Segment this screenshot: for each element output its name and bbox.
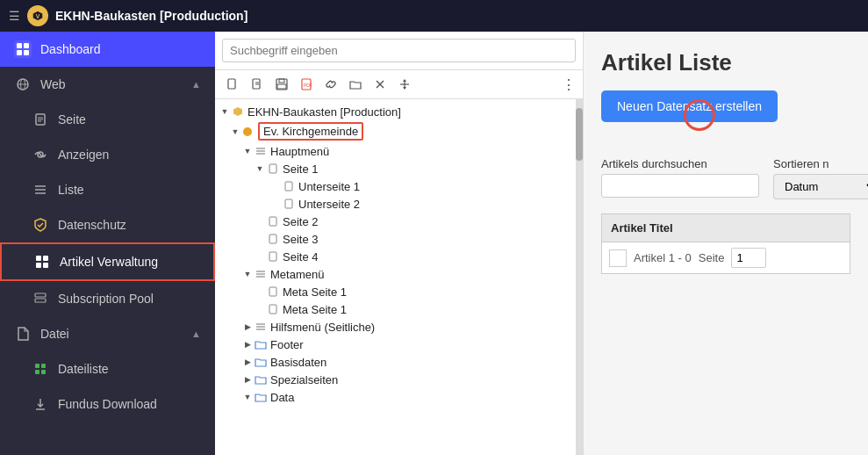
svg-rect-49 — [285, 199, 292, 208]
tree-node-metamenu-label: Metamenü — [270, 268, 324, 281]
svg-rect-19 — [36, 263, 41, 268]
svg-rect-5 — [24, 50, 29, 55]
sidebar-item-anzeigen[interactable]: Anzeigen — [0, 137, 215, 172]
tree-node-hauptmenu-label: Hauptmenü — [270, 145, 329, 158]
sidebar-item-datei[interactable]: Datei ▲ — [0, 316, 215, 351]
tree-node-kirchgemeinde[interactable]: ▼ Ev. Kirchgemeinde — [215, 120, 576, 142]
dashboard-icon — [14, 40, 32, 58]
tree-node-spezialseiten[interactable]: ▶ Spezialseiten — [215, 371, 576, 388]
sort-label: Sortieren n — [773, 157, 868, 170]
tree-node-hilfsmenu[interactable]: ▶ Hilfsmenü (Seitliche) — [215, 318, 576, 336]
svg-rect-48 — [285, 182, 292, 191]
topbar: ☰ V EKHN-Baukasten [Produduction] — [0, 0, 868, 32]
tree-node-root[interactable]: ▼ EKHN-Baukasten [Production] — [215, 103, 576, 120]
tree-node-unterseite2[interactable]: ▶ Unterseite 2 — [215, 195, 576, 213]
sidebar-item-seite-label: Seite — [58, 112, 86, 126]
sidebar-item-subscription-pool[interactable]: Subscription Pool — [0, 281, 215, 316]
tree-node-seite2[interactable]: ▶ Seite 2 — [215, 213, 576, 230]
metaseite1b-icon — [266, 302, 280, 316]
right-panel: Artikel Liste Neuen Datensatz erstellen … — [584, 32, 868, 455]
search-label: Artikels durchsuchen — [601, 157, 759, 170]
sidebar-item-artikel-verwaltung[interactable]: Artikel Verwaltung — [0, 242, 215, 281]
toolbar-link-btn[interactable] — [320, 74, 341, 95]
sort-group: Sortieren n Datum — [773, 157, 868, 199]
tree-node-unterseite1-label: Unterseite 1 — [298, 180, 360, 193]
seite1-icon — [266, 162, 280, 176]
tree-scrollbar-thumb[interactable] — [576, 108, 583, 161]
tree-node-metaseite1a[interactable]: ▶ Meta Seite 1 — [215, 283, 576, 300]
toolbar-move-btn[interactable] — [394, 74, 415, 95]
tree-node-footer-label: Footer — [270, 338, 304, 351]
data-folder-icon — [254, 390, 268, 404]
toolbar-more-btn[interactable]: ⋮ — [562, 76, 576, 93]
datei-arrow-icon: ▲ — [191, 329, 201, 339]
tree-expand-seite1[interactable]: ▼ — [254, 162, 266, 175]
tree-expand-root[interactable]: ▼ — [219, 105, 231, 118]
svg-rect-22 — [35, 299, 46, 302]
table-col-artikel-titel: Artikel Titel — [611, 221, 673, 235]
grid-menu-icon[interactable]: ☰ — [9, 9, 20, 23]
web-icon — [14, 76, 32, 93]
create-record-button[interactable]: Neuen Datensatz erstellen — [601, 90, 778, 122]
svg-rect-57 — [269, 305, 276, 314]
fundus-download-icon — [32, 395, 49, 413]
tree-node-metaseite1b[interactable]: ▶ Meta Seite 1 — [215, 300, 576, 318]
toolbar-folder-btn[interactable] — [345, 74, 366, 95]
svg-rect-23 — [35, 364, 39, 368]
tree-expand-footer[interactable]: ▶ — [241, 338, 254, 350]
sidebar-item-fundus-download[interactable]: Fundus Download — [0, 386, 215, 422]
tree-node-metamenu[interactable]: ▼ Metamenü — [215, 265, 576, 283]
tree-node-data[interactable]: ▼ Data — [215, 388, 576, 406]
sidebar-item-liste[interactable]: Liste — [0, 172, 215, 207]
tree-scrollbar[interactable] — [576, 99, 583, 455]
tree-node-seite4[interactable]: ▶ Seite 4 — [215, 248, 576, 265]
toolbar-delete-btn[interactable] — [369, 74, 391, 95]
svg-rect-25 — [35, 370, 39, 374]
tree-expand-data[interactable]: ▼ — [241, 391, 254, 403]
sidebar-item-dateiliste[interactable]: Dateiliste — [0, 351, 215, 386]
tree-node-unterseite2-label: Unterseite 2 — [298, 198, 360, 211]
toolbar-pdf-btn[interactable]: PDF — [296, 74, 317, 95]
tree-search-input[interactable] — [222, 39, 576, 62]
anzeigen-icon — [32, 146, 49, 163]
page-number-input[interactable] — [731, 248, 766, 268]
tree-node-seite3[interactable]: ▶ Seite 3 — [215, 230, 576, 248]
sidebar-item-dashboard[interactable]: Dashboard — [0, 32, 215, 67]
svg-rect-21 — [35, 293, 46, 297]
artikel-verwaltung-icon — [33, 253, 51, 271]
svg-text:PDF: PDF — [304, 83, 312, 88]
sidebar-item-seite[interactable]: Seite — [0, 102, 215, 137]
toolbar-new-page-btn[interactable] — [247, 74, 268, 95]
tree-node-hilfsmenu-label: Hilfsmenü (Seitliche) — [270, 321, 375, 334]
sidebar-item-datenschutz[interactable]: Datenschutz — [0, 207, 215, 242]
sort-select[interactable]: Datum — [773, 174, 868, 199]
tree-expand-hilfsmenu[interactable]: ▶ — [241, 321, 254, 333]
tree-node-seite1[interactable]: ▼ Seite 1 — [215, 160, 576, 177]
table-checkbox — [609, 249, 627, 267]
hauptmenu-icon — [254, 144, 268, 158]
sidebar-item-dateiliste-label: Dateiliste — [58, 362, 109, 376]
tree-expand-hauptmenu[interactable]: ▼ — [241, 145, 254, 157]
liste-icon — [32, 181, 49, 199]
tree-expand-kirchgemeinde[interactable]: ▼ — [229, 126, 241, 138]
tree-expand-spezialseiten[interactable]: ▶ — [241, 373, 254, 386]
app-title: EKHN-Baukasten [Produduction] — [55, 9, 247, 23]
basisdaten-folder-icon — [254, 355, 268, 369]
tree-expand-basisdaten[interactable]: ▶ — [241, 356, 254, 368]
tree-node-hauptmenu[interactable]: ▼ Hauptmenü — [215, 142, 576, 160]
toolbar-save-btn[interactable] — [271, 74, 292, 95]
sidebar-item-web[interactable]: Web ▲ — [0, 67, 215, 102]
tree-node-unterseite1[interactable]: ▶ Unterseite 1 — [215, 177, 576, 195]
artikel-search-input[interactable] — [601, 174, 759, 198]
unterseite1-icon — [282, 179, 296, 193]
tree-node-footer[interactable]: ▶ Footer — [215, 336, 576, 353]
tree-scroll-area[interactable]: ▼ EKHN-Baukasten [Production] ▼ Ev. Kirc… — [215, 99, 576, 455]
toolbar-new-doc-btn[interactable] — [222, 74, 243, 95]
tree-expand-metamenu[interactable]: ▼ — [241, 268, 254, 280]
tree-node-basisdaten[interactable]: ▶ Basisdaten — [215, 353, 576, 371]
svg-rect-56 — [269, 287, 276, 296]
svg-rect-28 — [228, 79, 235, 89]
sidebar-item-artikel-verwaltung-label: Artikel Verwaltung — [60, 255, 158, 269]
svg-rect-3 — [24, 43, 29, 48]
seite-icon — [32, 111, 49, 128]
